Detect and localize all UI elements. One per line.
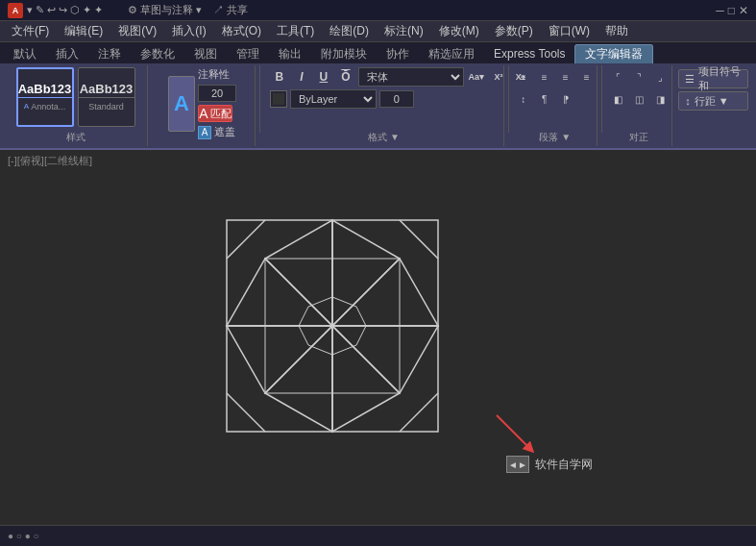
tab-output[interactable]: 输出	[269, 44, 311, 63]
menu-modify[interactable]: 修改(M)	[431, 21, 487, 42]
group-paragraph: ≡ ≡ ≡ ≡ ↕ ¶ ⁋ 段落 ▼	[513, 65, 597, 146]
svg-line-19	[265, 326, 332, 393]
menu-dimension[interactable]: 标注(N)	[377, 21, 431, 42]
svg-marker-2	[227, 259, 332, 326]
annotation-big-btn[interactable]: A	[168, 76, 195, 132]
align-mc-btn[interactable]: ◫	[629, 89, 648, 109]
tab-default[interactable]: 默认	[4, 44, 46, 63]
status-coords: ● ○ ● ○	[8, 531, 39, 541]
tab-annotation[interactable]: 注释	[88, 44, 131, 63]
svg-line-20	[332, 326, 400, 393]
svg-line-10	[400, 220, 438, 259]
group-align: ⌜ ⌝ ⌟ ◧ ◫ ◨ 对正	[606, 65, 672, 146]
annotation-size-input[interactable]	[198, 85, 236, 102]
svg-line-12	[227, 393, 265, 432]
svg-marker-4	[332, 259, 438, 326]
menu-bar: 文件(F) 编辑(E) 视图(V) 插入(I) 格式(O) 工具(T) 绘图(D…	[0, 21, 756, 42]
swatch2-label: Standard	[88, 102, 124, 112]
italic-btn[interactable]: I	[292, 67, 311, 87]
select-label[interactable]: 遮盖	[214, 125, 235, 139]
svg-marker-5	[265, 326, 332, 432]
minimize-btn[interactable]: ─	[716, 4, 724, 17]
align-right-btn[interactable]: ≡	[556, 67, 575, 87]
align-tr-btn[interactable]: ⌟	[650, 67, 670, 87]
line-spacing-btn2[interactable]: ↕ 行距 ▼	[678, 91, 748, 111]
svg-line-18	[332, 259, 400, 326]
svg-line-9	[227, 220, 265, 259]
svg-line-11	[400, 393, 438, 432]
menu-edit[interactable]: 编辑(E)	[57, 21, 110, 42]
paragraph-btn[interactable]: ¶	[535, 89, 554, 109]
geometric-figure	[207, 201, 457, 451]
swatch2-preview: AaBb123	[80, 83, 134, 95]
tab-manage[interactable]: 管理	[227, 44, 269, 63]
sep3	[601, 65, 602, 133]
tab-view[interactable]: 视图	[184, 44, 227, 63]
group-align-label: 对正	[606, 131, 671, 144]
close-btn[interactable]: ✕	[739, 4, 748, 17]
annotation-label: 注释性	[198, 67, 236, 82]
menu-draw[interactable]: 绘图(D)	[322, 21, 377, 42]
svg-line-27	[497, 415, 530, 449]
tab-featured[interactable]: 精选应用	[419, 44, 484, 63]
workspace-selector[interactable]: ⚙ 草图与注释 ▾	[128, 3, 202, 17]
font-size-input[interactable]	[379, 90, 414, 108]
ribbon-content: AaBb123 A Annota... AaBb123 Standard	[0, 63, 756, 150]
group-paragraph-label: 段落 ▼	[513, 131, 597, 144]
font-color-select[interactable]: ByLayer	[290, 89, 377, 109]
svg-marker-6	[227, 326, 332, 393]
select-icon: A	[198, 126, 211, 139]
overline-btn[interactable]: Ō	[336, 67, 355, 87]
maximize-btn[interactable]: □	[728, 4, 735, 17]
swatch1-icon: A	[24, 102, 29, 111]
bullet-btn[interactable]: ☰ 项目符号和	[678, 69, 748, 88]
svg-line-17	[265, 259, 332, 326]
menu-insert[interactable]: 插入(I)	[164, 21, 213, 42]
tab-addons[interactable]: 附加模块	[311, 44, 377, 63]
style-swatch-annota[interactable]: AaBb123 A Annota...	[16, 67, 74, 127]
tab-insert[interactable]: 插入	[46, 44, 88, 63]
app-icon: A	[8, 3, 23, 18]
menu-params[interactable]: 参数(P)	[487, 21, 541, 42]
swatch1-preview: AaBb123	[18, 83, 72, 95]
align-mr-btn[interactable]: ◨	[650, 89, 670, 109]
align-center-btn[interactable]: ≡	[535, 67, 554, 87]
swatch1-label: Annota...	[31, 102, 65, 112]
tab-collab[interactable]: 协作	[377, 44, 419, 63]
columns-btn[interactable]: ⁋	[556, 89, 575, 109]
align-tl-btn[interactable]: ⌜	[608, 67, 627, 87]
font-family-select[interactable]: 宋体	[358, 67, 464, 87]
menu-file[interactable]: 文件(F)	[4, 21, 57, 42]
tab-params[interactable]: 参数化	[131, 44, 184, 63]
color-swatch[interactable]	[270, 90, 287, 108]
menu-help[interactable]: 帮助	[597, 21, 636, 42]
menu-view[interactable]: 视图(V)	[110, 21, 164, 42]
superscript-btn[interactable]: X²	[489, 67, 508, 87]
align-left-btn[interactable]: ≡	[514, 67, 533, 87]
menu-window[interactable]: 窗口(W)	[541, 21, 597, 42]
match-icon: A	[199, 106, 207, 121]
group-style-label: 样式	[4, 131, 147, 144]
menu-tools[interactable]: 工具(T)	[269, 21, 322, 42]
group-right: ☰ 项目符号和 ↕ 行距 ▼	[674, 65, 752, 146]
share-label[interactable]: ↗ 共享	[213, 3, 248, 17]
style-swatch-standard[interactable]: AaBb123 Standard	[78, 67, 135, 127]
svg-marker-7	[332, 326, 400, 432]
underline-btn[interactable]: U	[314, 67, 333, 87]
menu-format[interactable]: 格式(O)	[214, 21, 269, 42]
ribbon-tabs: 默认 插入 注释 参数化 视图 管理 输出 附加模块 协作 精选应用 Expre…	[0, 42, 756, 63]
line-spacing-btn[interactable]: ↕	[514, 89, 533, 109]
case-btn[interactable]: Aa▾	[467, 67, 486, 87]
align-tc-btn[interactable]: ⌝	[629, 67, 648, 87]
align-justify-btn[interactable]: ≡	[577, 67, 597, 87]
sep1	[259, 65, 260, 133]
match-btn[interactable]: A 匹配	[198, 105, 232, 122]
align-ml-btn[interactable]: ◧	[608, 89, 627, 109]
group-format: B I U Ō 宋体 Aa▾ X² X₂ ByLayer	[264, 65, 504, 146]
tab-text-editor[interactable]: 文字编辑器	[574, 44, 653, 63]
title-bar: A ▾ ✎ ↩ ↪ ⬡ ✦ ✦ ⚙ 草图与注释 ▾ ↗ 共享 ─ □ ✕	[0, 0, 756, 21]
group-format-label: 格式 ▼	[264, 131, 503, 144]
tab-express[interactable]: Express Tools	[484, 44, 574, 63]
bold-btn[interactable]: B	[270, 67, 289, 87]
group-annotation: A 注释性 A 匹配 A 遮盖	[150, 65, 256, 146]
